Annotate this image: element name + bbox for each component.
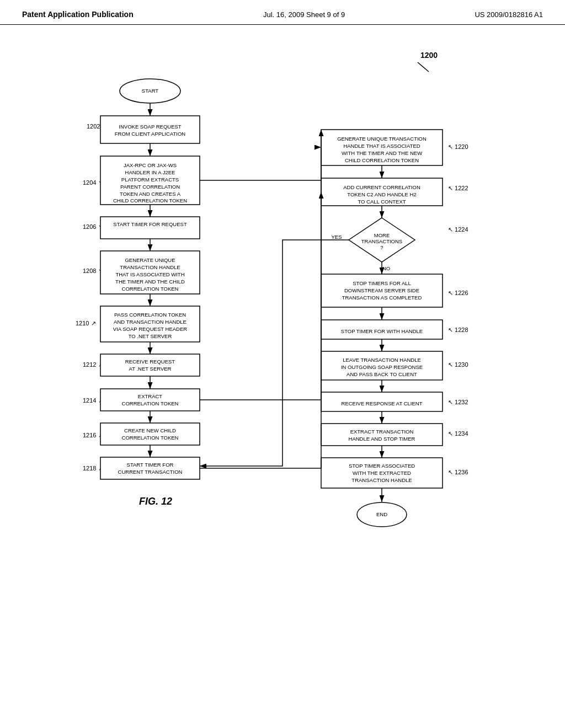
node-1230-t2: IN OUTGOING SOAP RESPONSE bbox=[341, 364, 423, 370]
node-1236-t2: WITH THE EXTRACTED bbox=[353, 470, 411, 476]
node-1220-t4: CHILD CORRELATION TOKEN bbox=[345, 157, 419, 163]
node-1210-t4: TO .NET SERVER bbox=[129, 333, 172, 339]
node-1230-t1: LEAVE TRANSACTION HANDLE bbox=[343, 357, 421, 363]
node-1224-t3: ? bbox=[380, 244, 383, 250]
label-1220: ↖ 1220 bbox=[448, 143, 468, 150]
node-1220-t3: WITH THE TIMER AND THE NEW bbox=[342, 150, 422, 156]
no-label: NO bbox=[382, 265, 390, 271]
arrow-1218-1220 bbox=[200, 147, 321, 468]
end-label: END bbox=[376, 511, 387, 517]
node-1216-t2: CORRELATION TOKEN bbox=[122, 435, 179, 441]
header-publication: Patent Application Publication bbox=[22, 10, 134, 19]
node-1224-t1: MORE bbox=[374, 232, 390, 238]
node-1208-t5: CORRELATION TOKEN bbox=[122, 286, 179, 292]
node-1204-t5: TOKEN AND CREATES A bbox=[120, 191, 181, 197]
start-label: START bbox=[142, 88, 158, 94]
page-header: Patent Application Publication Jul. 16, … bbox=[0, 0, 565, 25]
node-1236-t1: STOP TIMER ASSOCIATED bbox=[349, 463, 415, 469]
label-1210: 1210 ↗ bbox=[76, 320, 96, 326]
label-1208: 1208 ↘ bbox=[83, 267, 103, 274]
yes-label: YES bbox=[331, 234, 342, 240]
arrow-1204-1220 bbox=[200, 130, 321, 180]
label-1214: 1214 ↗ bbox=[83, 397, 103, 404]
node-1222-t2: TOKEN C2 AND HANDLE H2 bbox=[347, 191, 416, 197]
fig-label: FIG. 12 bbox=[139, 496, 172, 507]
node-1202-text: INVOKE SOAP REQUEST bbox=[119, 124, 182, 130]
header-patent-number: US 2009/0182816 A1 bbox=[475, 10, 543, 19]
label-1206: 1206 ↘ bbox=[83, 223, 103, 230]
node-1210-t2: AND TRANSACTION HANDLE bbox=[114, 319, 186, 325]
label-1230: ↖ 1230 bbox=[448, 361, 468, 368]
node-1204-t6: CHILD CORRELATION TOKEN bbox=[113, 197, 187, 204]
node-1236-t3: TRANSACTION HANDLE bbox=[351, 477, 412, 483]
label-1212: 1212 ↗ bbox=[83, 361, 103, 368]
flowchart-svg: 1200 START 1202 ↘ INVOKE SOAP REQUEST FR… bbox=[34, 41, 531, 703]
node-1206-t1: START TIMER FOR REQUEST bbox=[113, 221, 187, 227]
svg-line-1 bbox=[418, 62, 429, 72]
node-1210-t1: PASS CORRELATION TOKEN bbox=[114, 312, 186, 318]
node-1234-t1: EXTRACT TRANSACTION bbox=[350, 429, 414, 435]
node-1234 bbox=[321, 424, 443, 446]
node-1208-t2: TRANSACTION HANDLE bbox=[120, 264, 180, 270]
node-1218-t2: CURRENT TRANSACTION bbox=[118, 469, 183, 475]
node-1226-t2: DOWNSTREAM SERVER SIDE bbox=[344, 287, 419, 293]
node-1206 bbox=[100, 217, 200, 239]
node-1204-t1: JAX-RPC OR JAX-WS bbox=[124, 162, 177, 168]
node-1212-t2: AT .NET SERVER bbox=[129, 366, 172, 372]
node-1204-t2: HANDLER IN A J2EE bbox=[125, 169, 175, 175]
node-1214-t2: CORRELATION TOKEN bbox=[122, 400, 179, 406]
node-1208-t4: THE TIMER AND THE CHILD bbox=[115, 279, 185, 285]
node-1222-t3: TO CALL CONTEXT bbox=[358, 199, 406, 205]
label-1218: 1218 ↗ bbox=[83, 465, 103, 472]
node-1204-t4: PARENT CORRELATION bbox=[120, 184, 180, 190]
node-1202-text2: FROM CLIENT APPLICATION bbox=[115, 131, 186, 137]
label-1232: ↖ 1232 bbox=[448, 399, 468, 405]
node-1226-t1: STOP TIMERS FOR ALL bbox=[353, 280, 411, 286]
node-1222-t1: ADD CURRENT CORRELATION bbox=[343, 184, 420, 190]
label-1234: ↖ 1234 bbox=[448, 430, 468, 437]
node-1208-t1: GENERATE UNIQUE bbox=[125, 257, 175, 263]
node-1214-t1: EXTRACT bbox=[138, 393, 163, 399]
node-1216-t1: CREATE NEW CHILD bbox=[124, 427, 176, 433]
node-1210-t3: VIA SOAP REQUEST HEADER bbox=[113, 326, 187, 332]
node-1232-t1: RECEIVE RESPONSE AT CLIENT bbox=[342, 400, 423, 406]
node-1204-t3: PLATFORM EXTRACTS bbox=[121, 176, 179, 183]
node-1212-t1: RECEIVE REQUEST bbox=[125, 358, 175, 365]
label-1204: 1204 ↘ bbox=[83, 179, 103, 186]
node-1224-t2: TRANSACTIONS bbox=[361, 238, 402, 244]
node-1234-t2: HANDLE AND STOP TIMER bbox=[349, 436, 415, 442]
label-1216: 1216 ↗ bbox=[83, 432, 103, 438]
node-1226-t3: TRANSACTION AS COMPLETED bbox=[342, 295, 422, 301]
node-1202 bbox=[100, 116, 200, 143]
label-1224: ↖ 1224 bbox=[448, 226, 468, 233]
node-1230-t3: AND PASS BACK TO CLIENT bbox=[347, 371, 417, 377]
arrow-1214-1222 bbox=[200, 192, 321, 400]
label-1236: ↖ 1236 bbox=[448, 469, 468, 475]
node-1220-t1: GENERATE UNIQUE TRANSACTION bbox=[337, 136, 427, 142]
label-1226: ↖ 1226 bbox=[448, 290, 468, 296]
node-1228-t1: STOP TIMER FOR WITH HANDLE bbox=[341, 328, 423, 334]
label-1228: ↖ 1228 bbox=[448, 326, 468, 333]
header-date-sheet: Jul. 16, 2009 Sheet 9 of 9 bbox=[263, 10, 345, 19]
node-1218-t1: START TIMER FOR bbox=[127, 462, 174, 468]
label-1222: ↖ 1222 bbox=[448, 185, 468, 191]
diagram-area: 1200 START 1202 ↘ INVOKE SOAP REQUEST FR… bbox=[0, 25, 565, 720]
node-1208-t3: THAT IS ASSOCIATED WITH bbox=[115, 271, 184, 277]
node-1220-t2: HANDLE THAT IS ASSOCIATED bbox=[343, 143, 420, 149]
diagram-number: 1200 bbox=[420, 51, 438, 60]
